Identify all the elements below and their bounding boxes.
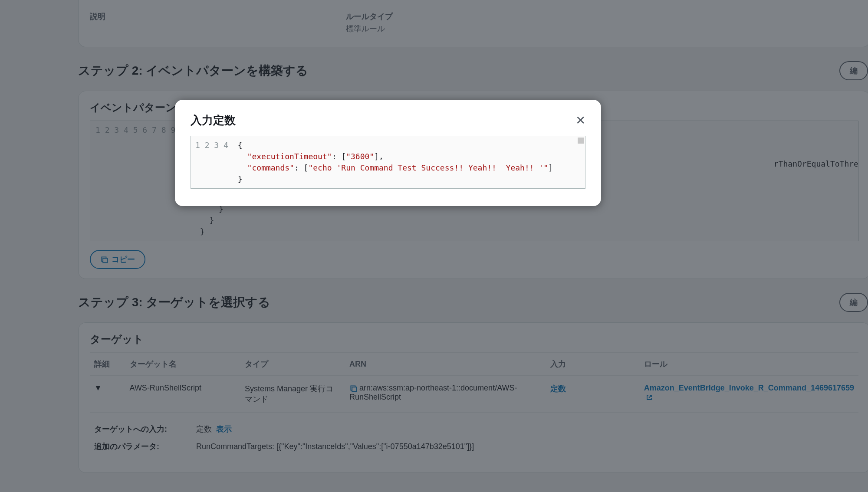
- code-scrollbar[interactable]: [578, 138, 584, 144]
- modal-code-editor[interactable]: 1 2 3 4 { "executionTimeout": ["3600"], …: [191, 136, 585, 189]
- modal-title: 入力定数: [191, 113, 236, 128]
- input-constant-modal: 入力定数 ✕ 1 2 3 4 { "executionTimeout": ["3…: [175, 100, 601, 206]
- close-icon: ✕: [575, 114, 585, 127]
- modal-close-button[interactable]: ✕: [575, 115, 585, 127]
- modal-overlay[interactable]: [0, 0, 868, 492]
